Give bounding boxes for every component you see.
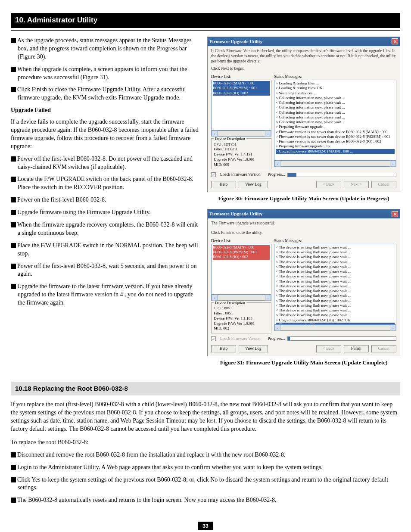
fig31-device-description: Device Description CPU : 8051 Filter : 8… [211,302,271,333]
fig30-dialog: Firmware Upgrade Utility ✕ If Check Firm… [207,37,400,192]
check-firmware-label: Check Firmware Version [220,336,261,342]
fig31-dialog: Firmware Upgrade Utility ✕ The Firmware … [207,209,400,356]
step-8: 8Click Finish to close the Firmware Upgr… [11,86,199,102]
check-firmware-checkbox[interactable]: ✓ [211,336,216,341]
fig30-device-list[interactable]: B060-032-8 (MAIN) : 000 B060-032-8 (PS2S… [211,80,271,131]
help-button[interactable]: Help [211,345,236,352]
fig30-title: Firmware Upgrade Utility [209,38,262,45]
fig31-caption: Figure 31: Firmware Upgrade Utility Main… [207,359,400,367]
fig31-device-list[interactable]: B060-032-8 (MAIN) : 000 B060-032-8 (PS2S… [211,244,271,295]
recover-step-1: 1Power off the first-level B060-032-8. D… [11,155,199,171]
check-firmware-checkbox[interactable]: ✓ [211,172,216,177]
badge-8: 8 [11,87,16,92]
replace-step-2: 2Login to the Administrator Utility. A W… [11,464,400,472]
scrollbar[interactable]: ‹› [211,131,271,137]
back-button: < Back [316,181,341,188]
progress-bar [287,336,396,341]
cancel-button: Cancel [371,345,396,352]
close-icon[interactable]: ✕ [392,38,398,44]
fig31-titlebar: Firmware Upgrade Utility ✕ [208,209,400,218]
fig30-status-messages[interactable]: > Loading & testing files ... > Loading … [274,80,396,161]
left-column: 6As the upgrade proceeds, status message… [11,37,199,373]
step-7: 7When the upgrade is complete, a screen … [11,65,199,82]
viewlog-button[interactable]: View Log [239,345,268,352]
recover-step-5: 5When the firmware upgrade recovery comp… [11,221,199,237]
fig30-caption: Figure 30: Firmware Upgrade Utility Main… [207,195,400,202]
viewlog-button[interactable]: View Log [239,181,268,188]
upgrade-failed-intro: If a device fails to complete the upgrad… [11,118,199,151]
section-1018-lead: To replace the root B060-032-8: [11,439,400,447]
recover-step-8: 8Upgrade the firmware to the latest firm… [11,283,199,307]
fig31-status-messages[interactable]: < The device is writing flash now, pleas… [274,244,396,325]
next-button: Next > [344,181,369,188]
upgrade-failed-heading: Upgrade Failed [11,106,199,115]
replace-step-3: 3Click Yes to keep the system settings o… [11,476,400,492]
badge-6: 6 [11,38,16,43]
badge-7: 7 [11,67,16,72]
scrollbar[interactable]: ‹› [274,161,396,167]
device-list-label: Device List: [211,74,271,80]
step-6: 6As the upgrade proceeds, status message… [11,37,199,61]
fig30-device-description: Device Description CPU : IDT351 Filter :… [211,138,271,169]
fig30-click-next: Click Next to begin. [211,66,396,72]
right-column: Firmware Upgrade Utility ✕ If Check Firm… [207,37,400,373]
help-button[interactable]: Help [211,181,236,188]
progress-bar [287,173,396,177]
recover-step-4: 4Upgrade firmware using the Firmware Upg… [11,208,199,217]
status-messages-label: Status Messages: [274,238,396,244]
recover-step-3: 3Power on the first-level B060-032-8. [11,196,199,204]
fig31-success: The Firmware upgrade was successful. [211,221,396,226]
progress-label: Progress... [268,172,285,177]
scrollbar[interactable]: ‹› [211,295,271,301]
status-messages-label: Status Messages: [274,74,396,80]
check-firmware-label: Check Firmware Version [220,172,261,177]
device-list-label: Device List: [211,238,271,244]
section-heading: 10. Administrator Utility [11,13,400,28]
recover-step-2: 2Locate the F/W UPGRADE switch on the ba… [11,175,199,192]
fig30-note: If Check Firmware Version is checked, th… [211,49,396,64]
two-column-layout: 6As the upgrade proceeds, status message… [11,37,400,373]
back-button: < Back [316,345,341,352]
replace-step-1: 1Disconnect and remove the root B060-032… [11,451,400,459]
cancel-button: Cancel [371,181,396,188]
section-1018-intro: If you replace the root (first-level) B0… [11,401,400,433]
replace-step-4: 4The B060-032-8 automatically resets and… [11,496,400,504]
finish-button[interactable]: Finish [344,345,369,352]
fig31-click-finish: Click Finish to close the utility. [211,230,396,236]
progress-label: Progress... [268,336,285,342]
fig30-titlebar: Firmware Upgrade Utility ✕ [208,37,400,46]
subsection-heading: 10.18 Replacing the Root B060-032-8 [11,382,400,395]
recover-step-6: 6Place the F/W UPGRADE switch in the NOR… [11,242,199,258]
fig31-title: Firmware Upgrade Utility [209,211,262,217]
close-icon[interactable]: ✕ [392,211,398,217]
scrollbar[interactable]: ‹› [274,325,396,331]
page-number: 33 [198,522,213,530]
recover-step-7: 7Power off the first-level B060-032-8, w… [11,262,199,279]
